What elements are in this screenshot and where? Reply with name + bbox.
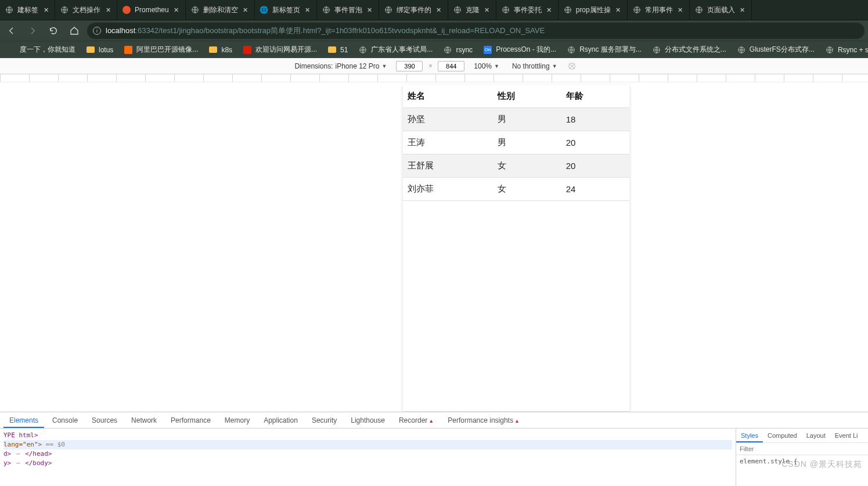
table-body: 孙坚男18王涛男20王舒展女20刘亦菲女24 <box>403 108 629 201</box>
chevron-down-icon: ▼ <box>552 63 557 69</box>
tab-title: 建标签 <box>17 5 38 15</box>
styles-tab[interactable]: Computed <box>763 429 802 442</box>
close-icon[interactable]: ✕ <box>104 6 112 14</box>
device-select[interactable]: Dimensions: iPhone 12 Pro ▼ <box>291 61 390 71</box>
chevron-down-icon: ▼ <box>494 63 499 69</box>
bookmark-item[interactable]: 广东省人事考试局... <box>354 42 437 57</box>
bookmark-item[interactable]: Rsync + sersy <box>820 43 868 57</box>
styles-rule: element.style { <box>736 455 868 467</box>
bookmark-item[interactable]: OnProcessOn - 我的... <box>478 42 561 57</box>
styles-tabstrip: StylesComputedLayoutEvent Li <box>736 429 868 443</box>
dimension-separator: × <box>428 63 432 69</box>
browser-tab[interactable]: 页面载入✕ <box>690 0 752 20</box>
styles-tab[interactable]: Layout <box>802 429 830 442</box>
devtools-tab[interactable]: Memory <box>219 413 255 428</box>
devtools-tab[interactable]: Security <box>306 413 343 428</box>
dimensions-label: Dimensions: <box>294 62 333 70</box>
bookmark-label: Rsync + sersy <box>838 46 868 54</box>
elements-tree[interactable]: YPE html> lang="en"> == $0 d> ⋯ </head> … <box>0 429 736 486</box>
devtools-tab[interactable]: Application <box>258 413 304 428</box>
close-icon[interactable]: ✕ <box>366 6 374 14</box>
bookmark-item[interactable]: 欢迎访问网易开源... <box>238 42 322 57</box>
styles-tab[interactable]: Event Li <box>830 429 863 442</box>
site-info-icon[interactable]: i <box>93 27 101 35</box>
throttle-select[interactable]: No throttling ▼ <box>509 61 561 71</box>
bookmark-favicon-icon <box>124 45 133 55</box>
page-viewport: 姓名 性别 年龄 孙坚男18王涛男20王舒展女20刘亦菲女24 <box>0 74 868 412</box>
bookmark-item[interactable]: 度一下，你就知道 <box>2 42 80 57</box>
expand-toggle-icon[interactable]: ⋯ <box>15 450 21 458</box>
devtools-tab[interactable]: Recorder▲ <box>393 413 440 428</box>
browser-tab[interactable]: 文档操作✕ <box>55 0 117 20</box>
bookmark-label: rsync <box>456 46 473 54</box>
zoom-level: 100% <box>474 62 492 70</box>
browser-tab[interactable]: prop属性操✕ <box>559 0 628 20</box>
bookmark-item[interactable]: 阿里巴巴开源镜像... <box>119 42 203 57</box>
expand-toggle-icon[interactable]: ⋯ <box>15 459 21 467</box>
close-icon[interactable]: ✕ <box>739 6 747 14</box>
table-cell: 24 <box>561 178 629 201</box>
close-icon[interactable]: ✕ <box>545 6 553 14</box>
devtools-tab[interactable]: Lighthouse <box>345 413 391 428</box>
tab-title: 文档操作 <box>73 5 100 15</box>
bookmark-item[interactable]: 分布式文件系统之... <box>647 42 731 57</box>
rotate-button[interactable] <box>567 61 577 71</box>
table-header-row: 姓名 性别 年龄 <box>403 85 629 108</box>
close-icon[interactable]: ✕ <box>435 6 443 14</box>
home-button[interactable] <box>66 23 82 39</box>
devtools-tab[interactable]: Elements <box>3 413 44 428</box>
devtools-tab[interactable]: Performance insights▲ <box>442 413 525 428</box>
bookmark-item[interactable]: Rsync 服务部署与... <box>562 42 646 57</box>
tab-title: prop属性操 <box>576 5 611 15</box>
zoom-select[interactable]: 100% ▼ <box>470 61 503 71</box>
browser-tab[interactable]: Prometheu✕ <box>117 0 186 20</box>
throttle-label: No throttling <box>512 62 550 70</box>
bookmark-item[interactable]: rsync <box>438 43 477 57</box>
bookmark-item[interactable]: 51 <box>323 43 352 57</box>
bookmark-item[interactable]: k8s <box>204 43 237 57</box>
devtools-tab[interactable]: Console <box>46 413 84 428</box>
bookmark-favicon-icon <box>327 45 337 55</box>
bookmark-item[interactable]: lotus <box>81 43 118 57</box>
browser-tab[interactable]: 删除和清空✕ <box>186 0 255 20</box>
dom-selected-hint: == $0 <box>46 441 65 448</box>
reload-button[interactable] <box>45 23 62 39</box>
devtools-tab[interactable]: Network <box>125 413 163 428</box>
bookmark-label: k8s <box>221 46 232 54</box>
bookmark-favicon-icon <box>7 45 16 55</box>
device-height-input[interactable] <box>438 61 464 71</box>
close-icon[interactable]: ✕ <box>172 6 181 14</box>
table-cell: 男 <box>493 131 561 154</box>
browser-tab[interactable]: 绑定事件的✕ <box>379 0 448 20</box>
tab-favicon-icon: 🌐 <box>260 5 269 15</box>
bookmark-label: 分布式文件系统之... <box>665 45 726 55</box>
styles-filter-input[interactable] <box>736 443 868 455</box>
browser-tab[interactable]: 克隆✕ <box>448 0 496 20</box>
bookmark-item[interactable]: GlusterFS分布式存... <box>732 42 819 57</box>
devtools-tab[interactable]: Sources <box>86 413 123 428</box>
device-width-input[interactable] <box>396 61 423 71</box>
bookmark-label: 广东省人事考试局... <box>371 45 433 55</box>
browser-tab[interactable]: 🌐新标签页✕ <box>255 0 317 20</box>
browser-tab[interactable]: 建标签✕ <box>0 0 55 20</box>
browser-tab[interactable]: 事件冒泡✕ <box>317 0 379 20</box>
close-icon[interactable]: ✕ <box>483 6 491 14</box>
close-icon[interactable]: ✕ <box>676 6 685 14</box>
bookmark-favicon-icon <box>208 45 218 55</box>
close-icon[interactable]: ✕ <box>42 6 50 14</box>
tab-title: 页面载入 <box>707 5 735 15</box>
bookmark-favicon-icon <box>86 45 95 55</box>
back-button[interactable] <box>3 23 20 39</box>
forward-button[interactable] <box>24 23 41 39</box>
close-icon[interactable]: ✕ <box>242 6 250 14</box>
browser-tab[interactable]: 常用事件✕ <box>628 0 690 20</box>
address-bar[interactable]: i localhost:63342/test1/jinghao/bootstra… <box>87 23 865 39</box>
browser-tab[interactable]: 事件委托✕ <box>496 0 559 20</box>
styles-tab[interactable]: Styles <box>736 429 763 442</box>
bookmark-favicon-icon: On <box>483 45 492 55</box>
devtools-tab[interactable]: Performance <box>165 413 217 428</box>
tab-title: 绑定事件的 <box>397 5 431 15</box>
close-icon[interactable]: ✕ <box>304 6 312 14</box>
close-icon[interactable]: ✕ <box>614 6 622 14</box>
bookmark-label: Rsync 服务部署与... <box>579 45 642 55</box>
